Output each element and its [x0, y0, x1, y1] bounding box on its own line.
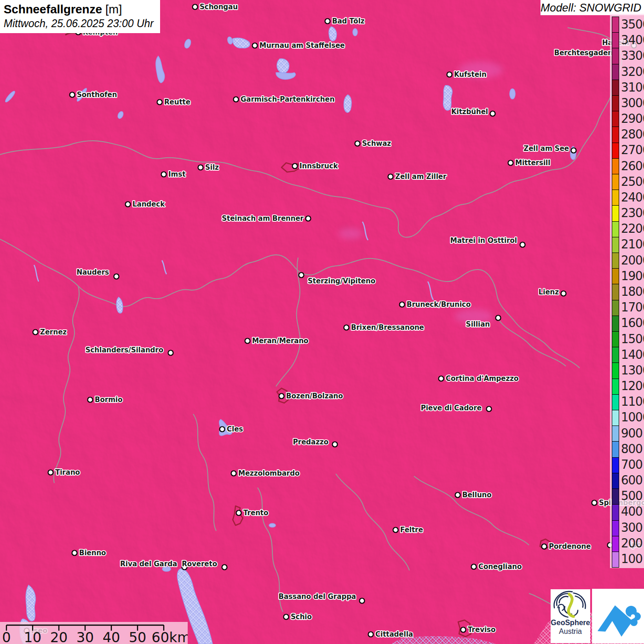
city-label: Zell am See	[523, 144, 569, 153]
legend-value: 3400	[621, 32, 644, 48]
geosphere-logo: GeoSphere Austria	[551, 589, 590, 643]
city-dot	[234, 97, 239, 102]
city-label: Mittersill	[515, 159, 550, 167]
snowfall-limit-map: SchongauBad TölzKemptenMurnau am Staffel…	[0, 0, 644, 644]
city-dot	[220, 427, 225, 432]
city-dot	[400, 302, 405, 307]
legend-swatch-2500	[612, 174, 619, 190]
city-label: Bienno	[79, 549, 106, 557]
city-label: Bad Tölz	[332, 17, 365, 25]
city-label: Trento	[243, 509, 268, 517]
city-dot	[472, 564, 477, 569]
legend-swatch-3400	[612, 33, 619, 48]
city-label: Treviso	[468, 626, 495, 634]
city-dot	[48, 470, 53, 475]
city-label: Mezzolombardo	[238, 469, 299, 477]
legend-swatch-2300	[612, 206, 619, 221]
city-dot	[368, 632, 374, 637]
city-label: Feltre	[400, 526, 423, 534]
city-dot	[360, 598, 365, 604]
weather-map-page: SchongauBad TölzKemptenMurnau am Staffel…	[0, 0, 644, 644]
legend-swatch-1800	[612, 284, 619, 300]
legend-value: 300	[621, 520, 644, 535]
city-dot	[355, 141, 360, 146]
legend-value: 1200	[621, 378, 644, 394]
legend-value: 800	[621, 441, 644, 457]
city-label: Sillian	[466, 320, 490, 328]
city-label: Zernez	[40, 328, 67, 336]
legend-value: 600	[621, 472, 644, 488]
city-dot	[299, 273, 304, 278]
valid-datetime: Mittwoch, 25.06.2025 23:00 Uhr	[4, 17, 155, 30]
city-dot	[253, 43, 258, 48]
legend-swatch-2600	[612, 159, 619, 174]
city-label: Reutte	[164, 98, 190, 106]
city-dot	[72, 551, 77, 556]
legend-swatch-1600	[612, 316, 619, 332]
city-dot	[236, 511, 242, 516]
city-label: Rovereto	[182, 560, 217, 568]
legend-swatch-800	[612, 442, 619, 457]
map-scalebar: 0102030405060km	[0, 622, 188, 644]
city-label: Cittadella	[375, 630, 413, 638]
city-dot	[333, 442, 338, 447]
legend-value: 2300	[621, 205, 644, 221]
page-title: Schneefallgrenze [m]	[4, 2, 155, 17]
legend-swatch-2800	[612, 127, 619, 143]
scalebar-label: 50	[129, 629, 146, 644]
legend-color-bar	[612, 17, 619, 568]
city-label: Murnau am Staffelsee	[259, 41, 345, 50]
city-label: Bruneck/Brunico	[407, 300, 471, 309]
city-dot	[245, 339, 250, 344]
city-label: Garmisch-Partenkirchen	[241, 95, 334, 104]
legend-swatch-2100	[612, 237, 619, 253]
city-label: Berchtesgaden	[554, 49, 613, 57]
geosphere-logo-country: Austria	[551, 627, 590, 636]
city-dot	[447, 72, 452, 77]
city-label: Sonthofen	[77, 91, 117, 99]
city-label: Pordenone	[549, 542, 591, 551]
city-label: Kitzbühel	[451, 108, 488, 116]
legend-value: 100	[621, 551, 644, 567]
legend-value: 2200	[621, 221, 644, 236]
legend-swatch-3500	[612, 17, 619, 33]
legend-value: 1000	[621, 409, 644, 425]
legend-value: 1900	[621, 268, 644, 284]
legend-value: 700	[621, 457, 644, 472]
city-dot	[88, 397, 93, 402]
city-dot	[520, 242, 525, 247]
city-label: Bormio	[95, 396, 122, 404]
city-label: Cortina d'Ampezzo	[446, 374, 518, 383]
city-dot	[508, 161, 513, 166]
city-dot	[561, 291, 566, 296]
city-dot	[542, 544, 547, 549]
legend-swatch-2700	[612, 143, 619, 159]
legend-value: 2500	[621, 174, 644, 190]
city-dot	[325, 19, 330, 24]
title-box: Schneefallgrenze [m] Mittwoch, 25.06.202…	[0, 0, 160, 33]
city-dot	[455, 493, 460, 498]
legend-swatch-3200	[612, 64, 619, 80]
city-dot	[231, 471, 236, 476]
city-dot	[198, 165, 203, 170]
city-label: Predazzo	[293, 438, 328, 446]
city-dot	[306, 216, 311, 221]
legend-swatch-300	[612, 521, 619, 536]
scalebar-labels: 0102030405060km	[2, 629, 188, 644]
city-label: Bozen/Bolzano	[286, 392, 343, 400]
legend-swatch-1500	[612, 332, 619, 347]
legend-swatch-1000	[612, 410, 619, 426]
scalebar-label: 20	[50, 629, 68, 644]
city-dot	[161, 172, 167, 177]
legend-swatch-2000	[612, 253, 619, 269]
city-label: Lienz	[539, 288, 559, 296]
legend-value: 2000	[621, 253, 644, 268]
legend-value: 2100	[621, 236, 644, 252]
city-label: Nauders	[76, 268, 109, 276]
city-dot	[193, 5, 198, 10]
legend-swatch-1200	[612, 379, 619, 395]
legend-value: 1100	[621, 394, 644, 409]
legend-value: 1400	[621, 347, 644, 362]
legend-value: 500	[621, 488, 644, 504]
legend-swatch-400	[612, 505, 619, 520]
